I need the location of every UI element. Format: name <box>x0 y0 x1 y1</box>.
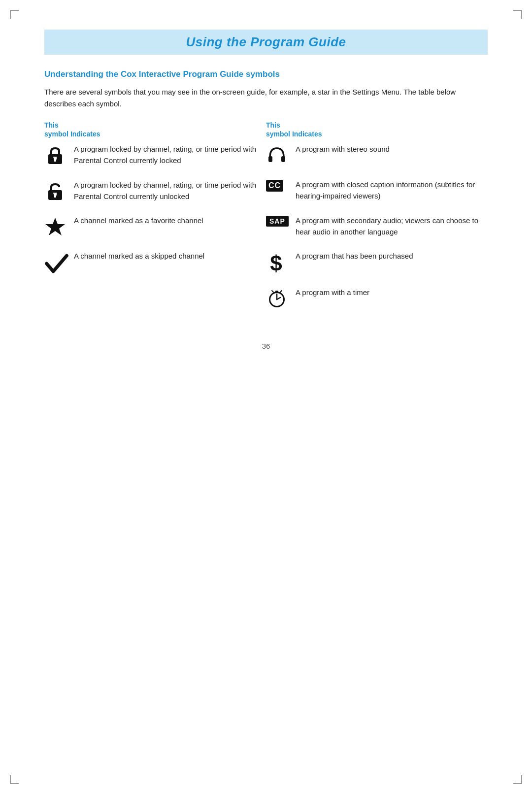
symbols-col-right: A program with stereo sound CC A program… <box>266 143 488 322</box>
svg-line-20 <box>280 291 282 292</box>
corner-mark-tr <box>513 10 522 19</box>
symbol-row-cc: CC A program with closed caption informa… <box>266 179 488 202</box>
svg-text:$: $ <box>270 251 282 274</box>
svg-rect-4 <box>55 158 56 160</box>
symbols-table: A program locked by channel, rating, or … <box>44 143 488 322</box>
symbol-text-lock-open: A program locked by channel, rating, or … <box>74 179 266 202</box>
intro-text: There are several symbols that you may s… <box>44 86 488 110</box>
svg-rect-11 <box>268 156 272 162</box>
corner-mark-br <box>513 775 522 784</box>
page-number: 36 <box>44 342 488 350</box>
col-header-left: This symbol Indicates <box>44 121 266 138</box>
symbol-text-lock-closed: A program locked by channel, rating, or … <box>74 143 266 166</box>
symbol-text-headphone: A program with stereo sound <box>296 143 488 155</box>
symbol-text-star: A channel marked as a favorite channel <box>74 215 266 226</box>
svg-line-19 <box>272 291 273 292</box>
cc-box-text: CC <box>266 180 283 192</box>
checkmark-icon <box>44 250 74 276</box>
cc-icon: CC <box>266 179 296 192</box>
symbol-row-timer: A program with a timer <box>266 287 488 309</box>
symbol-text-dollar: A program that has been purchased <box>296 250 488 262</box>
timer-icon <box>266 287 296 309</box>
symbol-row-headphone: A program with stereo sound <box>266 143 488 166</box>
symbol-row-star: A channel marked as a favorite channel <box>44 215 266 237</box>
page-title: Using the Program Guide <box>186 34 346 49</box>
symbol-text-timer: A program with a timer <box>296 287 488 298</box>
svg-marker-10 <box>45 218 65 235</box>
star-icon <box>44 215 74 237</box>
sap-icon: SAP <box>266 215 296 227</box>
symbol-row-sap: SAP A program with secondary audio; view… <box>266 215 488 238</box>
lock-closed-icon <box>44 143 74 166</box>
svg-rect-9 <box>55 194 56 196</box>
headphone-icon <box>266 143 296 166</box>
page-title-wrap: Using the Program Guide <box>44 30 488 55</box>
symbol-row-lock-open: A program locked by channel, rating, or … <box>44 179 266 202</box>
page: Using the Program Guide Understanding th… <box>0 0 532 794</box>
col-header-right: This symbol Indicates <box>266 121 488 138</box>
symbol-row-lock-closed: A program locked by channel, rating, or … <box>44 143 266 166</box>
symbol-row-dollar: $ A program that has been purchased <box>266 250 488 274</box>
sap-box-text: SAP <box>266 216 289 227</box>
corner-mark-bl <box>10 775 19 784</box>
section-heading: Understanding the Cox Interactive Progra… <box>44 68 488 80</box>
symbol-row-checkmark: A channel marked as a skipped channel <box>44 250 266 276</box>
symbols-col-left: A program locked by channel, rating, or … <box>44 143 266 322</box>
svg-rect-18 <box>275 291 278 292</box>
symbol-text-sap: A program with secondary audio; viewers … <box>296 215 488 238</box>
svg-rect-12 <box>281 156 285 162</box>
symbol-text-cc: A program with closed caption informatio… <box>296 179 488 202</box>
lock-open-icon <box>44 179 74 202</box>
corner-mark-tl <box>10 10 19 19</box>
dollar-icon: $ <box>266 250 296 274</box>
symbol-text-checkmark: A channel marked as a skipped channel <box>74 250 266 262</box>
table-headers: This symbol Indicates This symbol Indica… <box>44 121 488 138</box>
